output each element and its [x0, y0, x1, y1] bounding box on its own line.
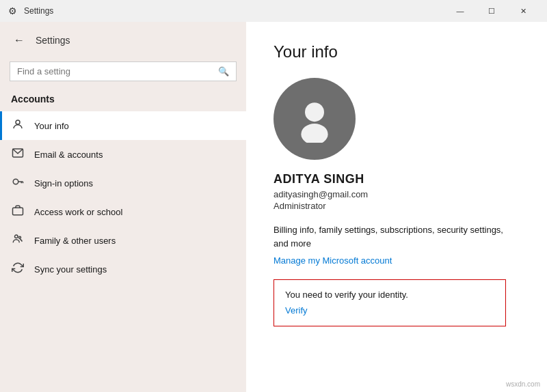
user-role: Administrator — [274, 201, 520, 211]
billing-text: Billing info, family settings, subscript… — [274, 223, 520, 250]
svg-rect-6 — [13, 208, 23, 215]
maximize-button[interactable]: ☐ — [476, 0, 507, 22]
sidebar-item-family-users[interactable]: Family & other users — [0, 226, 246, 255]
main-layout: ← Settings 🔍 Accounts Your info — [0, 22, 547, 392]
sidebar: ← Settings 🔍 Accounts Your info — [0, 22, 246, 392]
avatar — [274, 78, 356, 160]
manage-account-link[interactable]: Manage my Microsoft account — [274, 255, 520, 266]
accounts-section-title: Accounts — [0, 89, 246, 111]
user-name: ADITYA SINGH — [274, 172, 520, 186]
sync-settings-label: Sync your settings — [34, 264, 107, 275]
user-email: adityasingh@gmail.com — [274, 189, 520, 199]
sidebar-item-email-accounts[interactable]: Email & accounts — [0, 140, 246, 169]
search-input[interactable] — [17, 66, 213, 76]
briefcase-icon — [11, 204, 25, 219]
verify-text: You need to verify your identity. — [285, 290, 494, 300]
minimize-button[interactable]: — — [444, 0, 476, 22]
svg-point-2 — [13, 179, 18, 184]
settings-window-icon: ⚙ — [8, 5, 17, 16]
svg-point-10 — [301, 124, 328, 143]
sidebar-item-your-info[interactable]: Your info — [0, 111, 246, 140]
svg-point-8 — [19, 236, 21, 238]
access-work-label: Access work or school — [34, 207, 122, 217]
sidebar-item-sign-in-options[interactable]: Sign-in options — [0, 169, 246, 197]
search-box[interactable]: 🔍 — [10, 61, 237, 81]
svg-point-7 — [15, 235, 18, 238]
family-users-label: Family & other users — [34, 236, 116, 246]
email-accounts-label: Email & accounts — [34, 150, 103, 160]
sidebar-item-sync-settings[interactable]: Sync your settings — [0, 255, 246, 283]
back-button[interactable]: ← — [11, 31, 27, 49]
family-icon — [11, 233, 25, 248]
title-bar-left: ⚙ Settings — [8, 5, 444, 16]
svg-point-0 — [16, 120, 20, 124]
email-icon — [11, 147, 25, 162]
sign-in-options-label: Sign-in options — [34, 178, 93, 188]
page-title: Your info — [274, 42, 520, 61]
watermark: wsxdn.com — [506, 380, 540, 388]
content-area: Your info ADITYA SINGH adityasingh@gmail… — [246, 22, 547, 392]
title-bar-title: Settings — [24, 6, 53, 16]
sidebar-item-access-work[interactable]: Access work or school — [0, 197, 246, 226]
title-bar: ⚙ Settings — ☐ ✕ — [0, 0, 547, 22]
sidebar-header: ← Settings — [0, 22, 246, 59]
search-icon: 🔍 — [218, 66, 229, 76]
verify-box: You need to verify your identity. Verify — [274, 279, 506, 326]
title-bar-controls: — ☐ ✕ — [444, 0, 539, 22]
close-button[interactable]: ✕ — [507, 0, 539, 22]
your-info-label: Your info — [34, 121, 69, 131]
avatar-svg — [291, 95, 338, 143]
verify-link[interactable]: Verify — [285, 305, 308, 316]
sidebar-app-title: Settings — [36, 35, 70, 46]
key-icon — [11, 176, 25, 191]
sync-icon — [11, 262, 25, 277]
person-icon — [11, 118, 25, 133]
svg-point-9 — [305, 102, 324, 122]
